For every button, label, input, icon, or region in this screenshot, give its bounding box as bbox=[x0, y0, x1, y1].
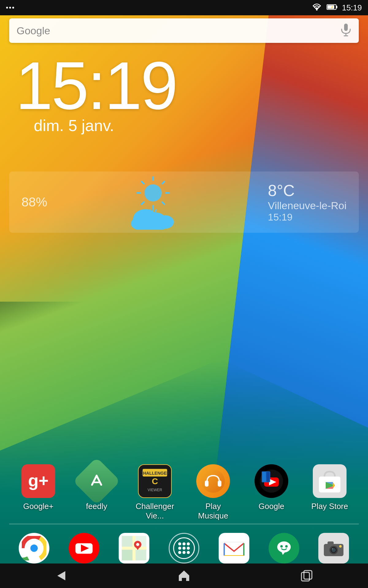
youtube-icon bbox=[69, 533, 99, 564]
app-googleplus[interactable]: g+ Google+ bbox=[15, 464, 61, 511]
svg-rect-55 bbox=[122, 548, 134, 560]
weather-widget: 88% bbox=[9, 172, 359, 233]
googleplus-label: Google+ bbox=[23, 502, 53, 511]
status-bar-right: ⚡ 15:19 bbox=[311, 3, 362, 13]
svg-rect-52 bbox=[122, 536, 134, 548]
dock-separator bbox=[9, 524, 359, 524]
dock-camera[interactable] bbox=[318, 533, 349, 564]
weather-widget-time: 15:19 bbox=[268, 212, 347, 223]
app-playmusique[interactable]: Play Musique bbox=[190, 464, 236, 521]
app-google[interactable]: Google bbox=[248, 464, 294, 511]
status-bar: ⚡ 15:19 bbox=[0, 0, 368, 15]
weather-icon-area bbox=[59, 175, 259, 230]
svg-rect-32 bbox=[205, 481, 209, 487]
app-drawer-icon bbox=[169, 533, 199, 564]
svg-point-62 bbox=[178, 542, 181, 545]
svg-point-0 bbox=[316, 9, 317, 10]
svg-rect-2 bbox=[336, 6, 337, 8]
weather-info: 8°C Villeneuve-le-Roi 15:19 bbox=[268, 181, 347, 223]
app-challenger[interactable]: CHALLENGER C VIEWER Challenger Vie... bbox=[132, 464, 178, 521]
dock-maps[interactable] bbox=[119, 533, 149, 564]
challenger-label: Challenger Vie... bbox=[132, 502, 178, 521]
dock-hangouts[interactable] bbox=[269, 533, 299, 564]
home-button[interactable] bbox=[172, 564, 196, 588]
dock-chrome[interactable] bbox=[19, 533, 49, 564]
svg-point-66 bbox=[182, 547, 186, 550]
svg-point-80 bbox=[277, 541, 291, 552]
clock-time: 15:19 bbox=[15, 52, 353, 119]
svg-rect-94 bbox=[301, 572, 309, 581]
svg-rect-33 bbox=[218, 481, 221, 487]
camera-icon bbox=[318, 533, 349, 564]
svg-point-47 bbox=[30, 545, 38, 552]
weather-temp: 8°C bbox=[268, 181, 347, 200]
dock-gmail[interactable] bbox=[219, 533, 249, 564]
svg-line-13 bbox=[142, 182, 144, 184]
app-playstore[interactable]: Play Store bbox=[307, 464, 353, 511]
svg-point-24 bbox=[131, 217, 151, 230]
feedly-icon bbox=[73, 457, 121, 505]
weather-city: Villeneuve-le-Roi bbox=[268, 200, 347, 212]
svg-point-89 bbox=[332, 548, 333, 549]
svg-line-14 bbox=[162, 182, 164, 184]
feedly-label: feedly bbox=[86, 502, 107, 511]
svg-rect-95 bbox=[304, 571, 312, 579]
svg-marker-92 bbox=[57, 571, 65, 580]
dock bbox=[0, 533, 368, 564]
svg-point-70 bbox=[187, 551, 190, 554]
recents-icon bbox=[299, 568, 314, 583]
home-icon bbox=[176, 568, 192, 583]
svg-point-68 bbox=[178, 551, 181, 554]
weather-icon bbox=[125, 175, 193, 230]
svg-marker-93 bbox=[179, 571, 189, 581]
back-icon bbox=[54, 568, 69, 583]
dock-app-drawer[interactable] bbox=[169, 533, 199, 564]
nav-bar bbox=[0, 564, 368, 588]
mic-icon[interactable] bbox=[340, 23, 351, 38]
google-icon bbox=[255, 464, 288, 498]
status-bar-left bbox=[6, 7, 14, 9]
playstore-label: Play Store bbox=[311, 502, 348, 511]
svg-rect-53 bbox=[134, 548, 146, 560]
svg-line-16 bbox=[162, 202, 164, 204]
google-label: Google bbox=[259, 502, 284, 511]
svg-point-69 bbox=[182, 551, 186, 554]
back-button[interactable] bbox=[49, 564, 74, 588]
hangouts-icon bbox=[269, 533, 299, 564]
playmusique-label: Play Musique bbox=[190, 502, 236, 521]
menu-dots bbox=[6, 7, 14, 9]
recents-button[interactable] bbox=[294, 564, 319, 588]
search-placeholder: Google bbox=[17, 25, 340, 37]
svg-point-63 bbox=[182, 542, 186, 545]
gmail-icon bbox=[219, 533, 249, 564]
battery-icon: ⚡ bbox=[327, 3, 338, 13]
challenger-icon: CHALLENGER C VIEWER bbox=[138, 464, 172, 498]
dock-youtube[interactable] bbox=[69, 533, 99, 564]
svg-point-65 bbox=[178, 547, 181, 550]
svg-text:g+: g+ bbox=[28, 471, 49, 490]
svg-point-67 bbox=[187, 547, 190, 550]
chrome-icon bbox=[19, 533, 49, 564]
app-row: g+ Google+ feedly CHALLENGER C VIEWER Ch… bbox=[0, 464, 368, 521]
svg-rect-57 bbox=[132, 536, 136, 560]
svg-text:C: C bbox=[152, 477, 158, 486]
svg-rect-38 bbox=[262, 472, 266, 482]
app-feedly[interactable]: feedly bbox=[74, 464, 120, 511]
svg-rect-5 bbox=[344, 24, 348, 31]
clock-status: 15:19 bbox=[342, 3, 362, 13]
svg-point-31 bbox=[201, 469, 225, 493]
clock-widget: 15:19 dim. 5 janv. bbox=[9, 49, 359, 138]
svg-text:VIEWER: VIEWER bbox=[148, 488, 162, 492]
svg-point-83 bbox=[285, 545, 288, 548]
svg-rect-90 bbox=[328, 541, 334, 545]
svg-text:⚡: ⚡ bbox=[331, 6, 334, 9]
weather-humidity: 88% bbox=[21, 195, 47, 209]
search-bar[interactable]: Google bbox=[9, 18, 359, 43]
svg-rect-39 bbox=[266, 472, 270, 482]
clock-date: dim. 5 janv. bbox=[34, 116, 353, 135]
wifi-icon bbox=[311, 3, 322, 13]
googleplus-icon: g+ bbox=[21, 464, 55, 498]
svg-point-91 bbox=[339, 545, 342, 548]
maps-icon bbox=[119, 533, 149, 564]
svg-point-8 bbox=[144, 184, 162, 202]
